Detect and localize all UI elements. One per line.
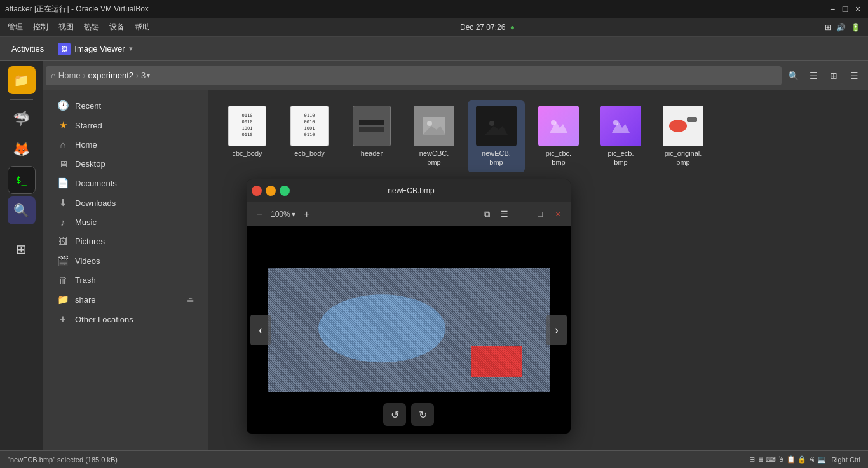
view-options-button[interactable]: ☰	[804, 67, 822, 85]
menu-control[interactable]: 控制	[33, 22, 48, 32]
sidebar-item-pictures[interactable]: 🖼 Pictures	[47, 232, 204, 251]
file-item-pic-ecb[interactable]: pic_ecb.bmp	[592, 100, 649, 172]
iv-minimize-button[interactable]	[266, 186, 276, 196]
sidebar-item-trash[interactable]: 🗑 Trash	[47, 271, 204, 289]
sidebar-item-other-locations[interactable]: + Other Locations	[47, 310, 204, 329]
maximize-button[interactable]: □	[840, 4, 850, 14]
eject-icon[interactable]: ⏏	[187, 295, 194, 304]
videos-icon: 🎬	[57, 255, 69, 266]
starred-icon: ★	[57, 120, 69, 131]
ecb-rect-shape	[471, 346, 522, 377]
ecb-body-icon: 0110001010010110	[289, 106, 330, 146]
downloads-icon: ⬇	[57, 197, 69, 209]
minimize-button[interactable]: −	[827, 4, 837, 14]
sidebar-label-share: share	[75, 295, 96, 305]
sidebar-label-desktop: Desktop	[75, 159, 105, 169]
home-label: Home	[58, 71, 81, 80]
dock-firefox-icon[interactable]: 🦊	[8, 135, 36, 163]
app-icon: 🖼	[58, 43, 71, 55]
search-button[interactable]: 🔍	[784, 67, 802, 85]
datetime-text: Dec 27 07:26	[460, 23, 505, 32]
view-toggle-button[interactable]: ⊞	[825, 67, 843, 85]
dock-viewer-icon[interactable]: 🔍	[8, 196, 36, 224]
app-name-dropdown-icon[interactable]: ▾	[129, 45, 133, 53]
iv-image-canvas	[268, 268, 550, 392]
iv-toolbar-actions: ⧉ ☰ − □ ×	[479, 207, 566, 222]
file-sidebar: 🕐 Recent ★ Starred ⌂ Home 🖥 Desktop 📄 Do…	[43, 90, 208, 450]
file-item-pic-cbc[interactable]: pic_cbc.bmp	[530, 100, 587, 172]
activities-button[interactable]: Activities	[5, 41, 50, 56]
iv-prev-button[interactable]: ‹	[250, 315, 271, 345]
svg-point-8	[551, 120, 556, 125]
sidebar-label-pictures: Pictures	[75, 237, 105, 246]
iv-window-max-button[interactable]: □	[532, 207, 548, 222]
sidebar-item-music[interactable]: ♪ Music	[47, 213, 204, 231]
zoom-in-button[interactable]: +	[299, 207, 315, 222]
right-ctrl-label: Right Ctrl	[831, 456, 860, 464]
file-item-pic-original[interactable]: pic_original.bmp	[654, 100, 712, 172]
iv-titlebar: × newECB.bmp	[247, 179, 571, 202]
breadcrumb-home[interactable]: ⌂ Home	[51, 71, 81, 80]
file-item-ecb-body[interactable]: 0110001010010110 ecb_body	[281, 100, 338, 172]
menu-button[interactable]: ☰	[845, 67, 863, 85]
sidebar-item-desktop[interactable]: 🖥 Desktop	[47, 155, 204, 173]
sidebar-item-videos[interactable]: 🎬 Videos	[47, 251, 204, 270]
header-name: header	[361, 149, 383, 158]
iv-next-button[interactable]: ›	[546, 315, 567, 345]
file-item-header[interactable]: header	[343, 100, 400, 172]
titlebar-controls: − □ ×	[827, 4, 863, 14]
iv-menu-button[interactable]: ☰	[497, 207, 512, 222]
sidebar-item-home[interactable]: ⌂ Home	[47, 135, 204, 154]
header-icon	[351, 106, 392, 146]
rotate-ccw-button[interactable]: ↺	[383, 403, 406, 426]
menu-hotkeys[interactable]: 热键	[84, 22, 99, 32]
breadcrumb-count[interactable]: 3 ▾	[141, 71, 150, 80]
count-dropdown-icon[interactable]: ▾	[147, 72, 150, 79]
file-item-newcbc[interactable]: newCBC.bmp	[405, 100, 463, 172]
toolbar-right-actions: 🔍 ☰ ⊞ ☰	[784, 67, 863, 85]
sidebar-item-starred[interactable]: ★ Starred	[47, 116, 204, 135]
zoom-level-display[interactable]: 100% ▾	[271, 210, 295, 219]
menu-devices[interactable]: 设备	[109, 22, 125, 32]
desktop-icon: 🖥	[57, 158, 69, 169]
recent-icon: 🕐	[57, 100, 69, 111]
iv-maximize-button[interactable]	[280, 186, 290, 196]
pic-original-name: pic_original.bmp	[665, 149, 702, 167]
zoom-out-button[interactable]: −	[252, 207, 267, 222]
dock-divider-1	[10, 99, 33, 100]
breadcrumb-experiment2[interactable]: experiment2	[88, 71, 134, 80]
iv-toolbar: − 100% ▾ + ⧉ ☰ − □ ×	[247, 202, 571, 226]
network-icon: ⊞	[825, 23, 831, 32]
sidebar-item-recent[interactable]: 🕐 Recent	[47, 96, 204, 115]
file-item-newecb[interactable]: newECB.bmp	[468, 100, 525, 172]
menu-view[interactable]: 视图	[58, 22, 74, 32]
dock-terminal-icon[interactable]: $_	[8, 166, 36, 194]
iv-image-area: ‹ › ↺ ↻	[247, 226, 571, 434]
sidebar-item-downloads[interactable]: ⬇ Downloads	[47, 193, 204, 212]
iv-window-close-button[interactable]: ×	[550, 207, 566, 222]
sidebar-item-documents[interactable]: 📄 Documents	[47, 174, 204, 193]
appbar: Activities 🖼 Image Viewer ▾	[0, 37, 868, 61]
iv-window-min-button[interactable]: −	[515, 207, 530, 222]
zoom-dropdown-icon[interactable]: ▾	[292, 210, 295, 219]
sidebar-item-share[interactable]: 📁 share ⏏	[47, 290, 204, 309]
iv-close-button[interactable]: ×	[252, 186, 262, 196]
taskbar-icons: ⊞ 🖥 ⌨ 🖱 📋 🔒 🖨 💻	[749, 455, 826, 464]
rotate-cw-button[interactable]: ↻	[411, 403, 434, 426]
system-menus[interactable]: 管理 控制 视图 热键 设备 帮助	[8, 22, 150, 32]
close-button[interactable]: ×	[853, 4, 863, 14]
newecb-name: newECB.bmp	[482, 149, 511, 167]
dock-grid-icon[interactable]: ⊞	[8, 235, 36, 263]
file-item-cbc-body[interactable]: 0110001010010110 cbc_body	[219, 100, 276, 172]
menu-manage[interactable]: 管理	[8, 22, 23, 32]
sidebar-label-starred: Starred	[75, 121, 102, 130]
menu-help[interactable]: 帮助	[135, 22, 150, 32]
app-name-area[interactable]: 🖼 Image Viewer ▾	[58, 43, 132, 55]
dock-shark-icon[interactable]: 🦈	[8, 105, 36, 133]
status-dot: ●	[510, 23, 515, 32]
sidebar-label-downloads: Downloads	[75, 198, 116, 208]
cbc-body-name: cbc_body	[232, 149, 262, 158]
iv-copy-button[interactable]: ⧉	[479, 207, 494, 222]
dock-files-icon[interactable]: 📁	[8, 66, 36, 94]
iv-bottom-controls: ↺ ↻	[383, 403, 434, 426]
